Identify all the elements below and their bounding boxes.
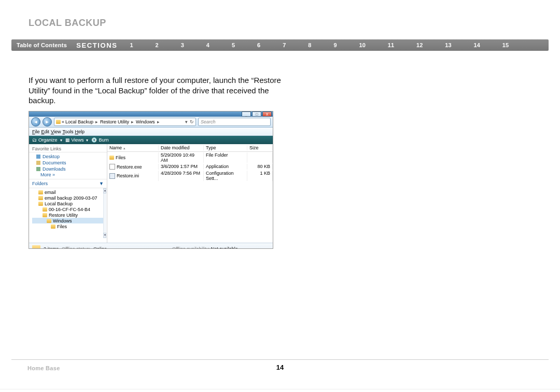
folders-title[interactable]: Folders xyxy=(32,181,48,186)
favorites-more[interactable]: More » xyxy=(29,172,107,177)
footer-divider xyxy=(11,359,549,360)
desktop-icon xyxy=(36,155,40,159)
chevron-right-icon: ▸ xyxy=(95,119,98,124)
section-numbers: 1 2 3 4 5 6 7 8 9 10 11 12 13 14 15 xyxy=(130,42,509,48)
organize-button[interactable]: 🗂 Organize xyxy=(32,137,62,143)
address-seg-1[interactable]: Local Backup xyxy=(65,119,93,124)
folder-icon xyxy=(47,219,51,223)
burn-button[interactable]: 💿 Burn xyxy=(91,137,108,143)
col-name[interactable]: Name ▴ xyxy=(107,145,159,150)
section-link-8[interactable]: 8 xyxy=(308,42,311,48)
footer-brand: Home Base xyxy=(27,365,60,371)
exe-icon xyxy=(109,164,115,170)
section-link-13[interactable]: 13 xyxy=(445,42,451,48)
folder-icon xyxy=(43,213,47,217)
page-number: 14 xyxy=(276,363,284,371)
favorite-desktop[interactable]: Desktop xyxy=(29,153,107,160)
address-bar: ◄ ► « Local Backup ▸ Restore Utility ▸ W… xyxy=(29,117,273,128)
section-link-11[interactable]: 11 xyxy=(388,42,394,48)
status-offline-label: Offline status: xyxy=(62,246,90,249)
forward-button[interactable]: ► xyxy=(43,117,52,127)
tree-item[interactable]: Restore Utility xyxy=(32,212,105,218)
chevron-right-icon: ▸ xyxy=(131,119,134,124)
views-button[interactable]: ▦ Views xyxy=(65,137,89,143)
tree-scrollbar[interactable]: ▴ ▾ xyxy=(103,188,106,238)
minimize-button[interactable]: _ xyxy=(242,111,251,117)
folder-icon xyxy=(43,207,47,212)
col-size[interactable]: Size xyxy=(247,145,273,150)
chevron-down-icon[interactable]: ▼ xyxy=(99,181,104,186)
intro-text: If you want to perform a full restore of… xyxy=(29,75,298,106)
back-button[interactable]: ◄ xyxy=(31,117,40,127)
status-avail-value: Not available xyxy=(211,246,238,249)
menu-help[interactable]: Help xyxy=(75,129,85,134)
section-link-1[interactable]: 1 xyxy=(130,42,133,48)
maximize-button[interactable]: □ xyxy=(252,111,261,117)
tree-item[interactable]: email backup 2009-03-07 xyxy=(32,195,105,201)
section-link-5[interactable]: 5 xyxy=(232,42,235,48)
section-link-14[interactable]: 14 xyxy=(474,42,480,48)
close-button[interactable]: X xyxy=(262,111,272,117)
page-title: LOCAL BACKUP xyxy=(29,18,106,29)
tree-item[interactable]: Local Backup xyxy=(32,201,105,206)
favorite-documents[interactable]: Documents xyxy=(29,160,107,166)
folder-icon xyxy=(32,245,40,249)
tree-item[interactable]: email xyxy=(32,189,105,195)
tree-item-selected[interactable]: Windows xyxy=(32,218,105,223)
menu-view[interactable]: View xyxy=(51,129,61,134)
refresh-icon[interactable]: ↻ xyxy=(190,119,194,124)
folder-icon xyxy=(38,196,43,200)
status-items: 3 items xyxy=(44,246,59,249)
menu-tools[interactable]: Tools xyxy=(62,129,73,134)
chevron-down-icon[interactable]: ▾ xyxy=(185,119,188,124)
column-headers: Name ▴ Date modified Type Size xyxy=(107,144,273,152)
tree-item[interactable]: 00-16-CF-FC-54-B4 xyxy=(32,206,105,212)
favorite-downloads[interactable]: Downloads xyxy=(29,166,107,172)
folder-icon xyxy=(51,225,55,229)
window-titlebar[interactable]: _ □ X xyxy=(29,111,273,117)
address-input[interactable]: « Local Backup ▸ Restore Utility ▸ Windo… xyxy=(54,118,196,126)
section-link-7[interactable]: 7 xyxy=(283,42,286,48)
section-link-9[interactable]: 9 xyxy=(333,42,337,48)
file-row[interactable]: Restore.ini 4/28/2009 7:56 PM Configurat… xyxy=(107,170,273,181)
favorites-title: Favorite Links xyxy=(32,146,61,151)
section-link-2[interactable]: 2 xyxy=(156,42,159,48)
chevron-right-icon: ▸ xyxy=(157,119,160,124)
footer-divider-2 xyxy=(0,389,560,389)
col-date[interactable]: Date modified xyxy=(159,145,204,150)
documents-icon xyxy=(36,161,40,165)
scroll-down-icon[interactable]: ▾ xyxy=(103,233,106,238)
folder-icon xyxy=(56,120,61,124)
address-seg-3[interactable]: Windows xyxy=(136,119,155,124)
folder-icon xyxy=(38,190,43,194)
address-seg-2[interactable]: Restore Utility xyxy=(100,119,129,124)
folder-tree: email email backup 2009-03-07 Local Back… xyxy=(29,188,107,238)
sections-label: SECTIONS xyxy=(76,41,117,49)
section-link-10[interactable]: 10 xyxy=(359,42,366,48)
status-bar: 3 items Offline status: Online Offline a… xyxy=(29,243,273,249)
col-type[interactable]: Type xyxy=(204,145,247,150)
section-link-3[interactable]: 3 xyxy=(181,42,184,48)
downloads-icon xyxy=(36,167,40,171)
tree-item[interactable]: Files xyxy=(32,223,105,229)
section-link-15[interactable]: 15 xyxy=(502,42,509,48)
menu-edit[interactable]: Edit xyxy=(41,129,50,134)
section-link-12[interactable]: 12 xyxy=(416,42,423,48)
toolbar: 🗂 Organize ▦ Views 💿 Burn xyxy=(29,136,273,144)
navigation-pane: Favorite Links Desktop Documents Downloa… xyxy=(29,144,107,243)
status-offline-value: Online xyxy=(93,246,107,249)
search-input[interactable]: Search xyxy=(198,118,271,126)
file-row[interactable]: Restore.exe 3/6/2009 1:57 PM Application… xyxy=(107,163,273,170)
section-nav: Table of Contents SECTIONS 1 2 3 4 5 6 7… xyxy=(11,39,549,51)
folder-icon xyxy=(38,202,43,206)
ini-icon xyxy=(109,173,115,179)
scroll-up-icon[interactable]: ▴ xyxy=(103,188,106,193)
menu-file[interactable]: File xyxy=(32,129,40,134)
section-link-6[interactable]: 6 xyxy=(257,42,260,48)
file-row[interactable]: Files 5/29/2009 10:49 AM File Folder xyxy=(107,152,273,163)
menu-bar: File Edit View Tools Help xyxy=(29,128,273,136)
explorer-window: _ □ X ◄ ► « Local Backup ▸ Restore Utili… xyxy=(29,111,273,249)
file-list-pane: Name ▴ Date modified Type Size Files 5/2… xyxy=(107,144,273,243)
toc-link[interactable]: Table of Contents xyxy=(17,42,67,48)
section-link-4[interactable]: 4 xyxy=(206,42,209,48)
